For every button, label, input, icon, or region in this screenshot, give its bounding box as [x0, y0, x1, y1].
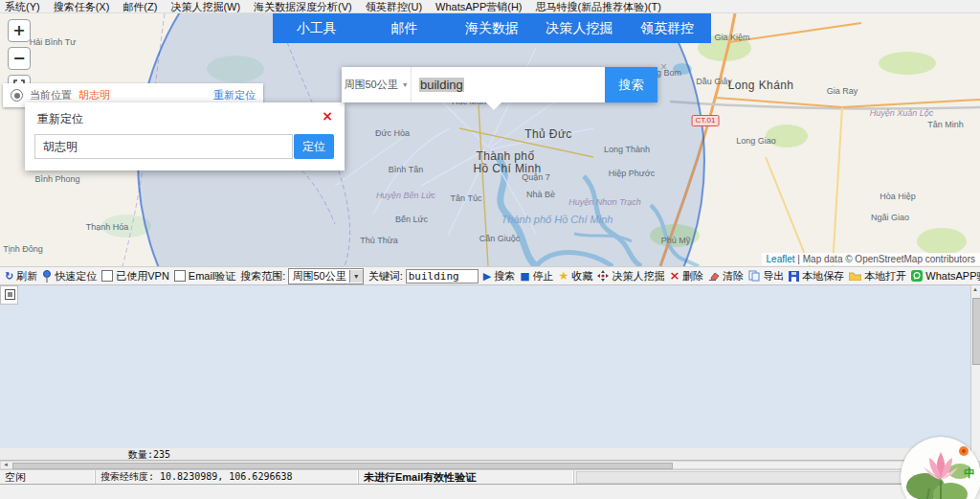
nav-tab[interactable]: 领英群控	[623, 13, 711, 43]
map-attribution: Leaflet | Map data © OpenStreetMap contr…	[762, 253, 980, 265]
menu-item[interactable]: 领英群控(U)	[366, 0, 422, 12]
save-local-button[interactable]: 本地保存	[789, 269, 844, 284]
close-icon[interactable]: ×	[660, 60, 667, 74]
range-select[interactable]: 周围50公里 ▼	[288, 268, 363, 284]
range-select-value: 周围50公里	[292, 269, 345, 284]
app-window: 系统(Y)搜索任务(X)邮件(Z)决策人挖掘(W)海关数据深度分析(V)领英群控…	[0, 0, 980, 499]
email-verify-checkbox[interactable]: Email验证	[174, 269, 236, 284]
refresh-label: 刷新	[16, 269, 37, 284]
status-state: 空闲	[0, 470, 96, 484]
current-location-label: 当前位置	[30, 88, 72, 102]
search-label: 搜索	[494, 269, 515, 284]
vpn-label: 已使用VPN	[116, 269, 169, 284]
leaflet-link[interactable]: Leaflet	[767, 254, 795, 264]
relocate-input[interactable]: 胡志明	[34, 134, 293, 159]
delete-button[interactable]: × 删除	[669, 269, 703, 284]
export-button[interactable]: 导出	[748, 269, 784, 284]
menu-item[interactable]: 思马特搜(新品推荐体验)(T)	[536, 0, 661, 12]
relocate-link[interactable]: 重新定位	[213, 88, 256, 102]
chevron-down-icon: ▼	[402, 81, 409, 88]
delete-icon: ×	[669, 271, 679, 281]
horizontal-scroll-thumb[interactable]	[12, 463, 673, 469]
star-icon: ★	[559, 269, 569, 283]
menu-item[interactable]: 系统(Y)	[5, 0, 40, 12]
nav-tabs: 小工具邮件海关数据决策人挖掘领英群控	[273, 13, 711, 43]
horizontal-scrollbar[interactable]: ◄	[0, 461, 980, 469]
vertical-scrollbar[interactable]: ▲	[970, 285, 980, 461]
nav-tab[interactable]: 决策人挖掘	[536, 13, 624, 43]
checkbox-icon	[101, 270, 113, 282]
row-count: 数量:235	[128, 448, 170, 461]
whatsapp-verify-button[interactable]: WhatsAPP验证	[911, 269, 980, 284]
keyword-value: building	[419, 78, 464, 92]
play-icon: ▶	[483, 270, 491, 283]
nav-tab[interactable]: 海关数据	[448, 13, 536, 43]
menu-item[interactable]: 决策人挖掘(W)	[170, 0, 240, 12]
decision-mining-label: 决策人挖掘	[612, 269, 664, 284]
keyword-label: 关键词:	[368, 269, 403, 284]
map-search-popup: 周围50公里 ▼ building 搜索 ×	[342, 67, 657, 102]
favorite-button[interactable]: ★ 收藏	[559, 269, 593, 284]
checkbox-icon	[174, 270, 186, 282]
status-bar: 空闲 搜索经纬度: 10.8230989, 106.6296638 未进行Ema…	[0, 469, 980, 484]
close-icon[interactable]: ×	[322, 108, 333, 124]
clear-button[interactable]: 清除	[708, 269, 744, 284]
menu-item[interactable]: 海关数据深度分析(V)	[254, 0, 352, 12]
export-icon	[748, 270, 760, 282]
map-search-button[interactable]: 搜索	[605, 67, 657, 102]
compass-icon	[597, 270, 609, 282]
stop-label: 停止	[533, 269, 554, 284]
stop-button[interactable]: ■ 停止	[520, 269, 553, 284]
menu-item[interactable]: 搜索任务(X)	[54, 0, 110, 12]
results-table	[0, 285, 970, 448]
export-label: 导出	[763, 269, 784, 284]
whatsapp-icon	[911, 270, 923, 282]
keyword-toolbar-input[interactable]: building	[406, 269, 479, 284]
scroll-left-icon[interactable]: ◄	[3, 462, 9, 467]
menu-item[interactable]: 邮件(Z)	[122, 0, 157, 12]
select-all-icon	[5, 289, 15, 300]
folder-icon	[849, 271, 861, 281]
email-verify-label: Email验证	[189, 269, 236, 284]
vertical-scroll-thumb[interactable]	[972, 298, 980, 365]
stop-icon: ■	[520, 270, 529, 283]
current-location-value: 胡志明	[78, 88, 110, 102]
keyword-input[interactable]: building	[412, 67, 605, 102]
nav-tab[interactable]: 小工具	[273, 13, 361, 43]
refresh-button[interactable]: ↻ 刷新	[5, 269, 37, 284]
whatsapp-verify-label: WhatsAPP验证	[925, 269, 980, 284]
attribution-text: | Map data © OpenStreetMap contributors	[795, 254, 975, 264]
favorite-label: 收藏	[571, 269, 592, 284]
quick-locate-label: 快速定位	[55, 269, 97, 284]
range-value: 周围50公里	[344, 78, 397, 92]
map-area[interactable]: Hải Bình TưGia KiệmTrảng BomDầu GiâyLong…	[0, 13, 980, 266]
menu-bar: 系统(Y)搜索任务(X)邮件(Z)决策人挖掘(W)海关数据深度分析(V)领英群控…	[0, 0, 980, 13]
popup-tail	[485, 102, 502, 110]
status-email-validation: 未进行Email有效性验证	[359, 470, 574, 484]
search-button[interactable]: ▶ 搜索	[483, 269, 515, 284]
keyword-field: 关键词: building	[368, 269, 479, 284]
target-icon	[11, 89, 23, 102]
open-local-button[interactable]: 本地打开	[849, 269, 906, 284]
range-field: 搜索范围: 周围50公里 ▼	[240, 268, 363, 284]
scroll-up-icon[interactable]: ▲	[972, 286, 978, 292]
table-header-row	[1, 286, 971, 305]
open-local-label: 本地打开	[864, 269, 906, 284]
zoom-in-button[interactable]: +	[8, 19, 31, 42]
clear-label: 清除	[723, 269, 744, 284]
locate-button[interactable]: 定位	[294, 134, 334, 159]
toolbar: ↻ 刷新 快速定位 已使用VPN Email验证 搜索范围: 周围50公里 ▼ …	[0, 266, 980, 285]
relocate-popup-title: 重新定位	[37, 111, 83, 127]
zoom-out-button[interactable]: −	[8, 47, 31, 70]
menu-item[interactable]: WhatsAPP营销(H)	[435, 0, 522, 12]
decision-mining-button[interactable]: 决策人挖掘	[597, 269, 664, 284]
floppy-icon	[789, 271, 799, 282]
quick-locate-button[interactable]: 快速定位	[42, 269, 97, 284]
select-all-header[interactable]	[1, 286, 18, 305]
nav-tab[interactable]: 邮件	[361, 13, 449, 43]
eraser-icon	[708, 271, 720, 281]
vpn-checkbox[interactable]: 已使用VPN	[101, 269, 169, 284]
summary-row: 数量:235	[0, 448, 970, 461]
bottom-tab-bar	[0, 484, 980, 499]
range-dropdown[interactable]: 周围50公里 ▼	[342, 67, 412, 102]
